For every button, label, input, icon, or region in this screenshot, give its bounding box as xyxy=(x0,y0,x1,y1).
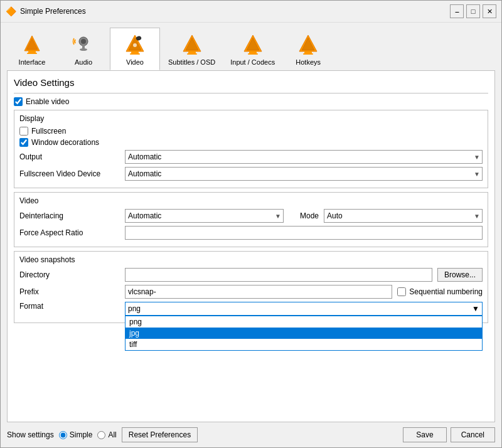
tab-audio[interactable]: Audio xyxy=(58,28,109,70)
fullscreen-device-row: Fullscreen Video Device Automatic ▼ xyxy=(19,167,483,181)
sequential-numbering-label: Sequential numbering xyxy=(409,287,483,296)
svg-rect-17 xyxy=(187,53,197,55)
mode-select[interactable]: Auto xyxy=(324,209,483,223)
tab-input[interactable]: Input / Codecs xyxy=(223,28,282,70)
output-select[interactable]: Automatic xyxy=(125,150,483,164)
browse-button[interactable]: Browse... xyxy=(437,268,483,282)
svg-point-12 xyxy=(133,43,137,47)
title-bar: 🔶 Simple Preferences ‒ □ ✕ xyxy=(1,1,501,23)
window-decorations-label: Window decorations xyxy=(31,138,99,147)
tab-interface-label: Interface xyxy=(19,58,46,66)
reset-preferences-button[interactable]: Reset Preferences xyxy=(122,427,198,442)
divider-1 xyxy=(14,93,488,93)
simple-radio[interactable] xyxy=(59,431,67,439)
tab-audio-label: Audio xyxy=(75,58,92,66)
deinterlacing-label: Deinterlacing xyxy=(19,211,120,220)
app-icon: 🔶 xyxy=(6,6,16,16)
fullscreen-device-select[interactable]: Automatic xyxy=(125,167,483,181)
video-icon xyxy=(122,32,147,57)
window-decorations-row: Window decorations xyxy=(19,138,483,147)
cancel-button[interactable]: Cancel xyxy=(451,427,495,442)
video-group-title: Video xyxy=(19,196,483,205)
show-settings-label: Show settings xyxy=(7,430,54,439)
svg-rect-11 xyxy=(130,53,140,55)
directory-label: Directory xyxy=(19,270,120,279)
section-title: Video Settings xyxy=(14,77,488,88)
display-group: Display Fullscreen Window decorations Ou… xyxy=(14,110,488,188)
enable-video-label: Enable video xyxy=(26,97,69,106)
svg-rect-3 xyxy=(27,53,37,54)
output-select-wrapper: Automatic ▼ xyxy=(125,150,483,164)
deinterlacing-select-wrapper: Automatic ▼ xyxy=(125,209,284,223)
format-dropdown-arrow: ▼ xyxy=(472,304,479,313)
subtitles-icon xyxy=(179,32,205,57)
input-icon xyxy=(240,32,265,57)
output-row: Output Automatic ▼ xyxy=(19,150,483,164)
prefix-input[interactable]: vlcsnap- xyxy=(125,285,392,299)
minimize-button[interactable]: ‒ xyxy=(450,4,464,18)
format-dropdown-list: png jpg tiff xyxy=(125,316,483,351)
window-decorations-checkbox[interactable] xyxy=(19,138,28,147)
close-button[interactable]: ✕ xyxy=(483,4,496,18)
svg-rect-25 xyxy=(303,53,313,55)
deinterlacing-select[interactable]: Automatic xyxy=(125,209,284,223)
main-window: 🔶 Simple Preferences ‒ □ ✕ Interface xyxy=(0,0,502,448)
snapshots-group-title: Video snapshots xyxy=(19,255,483,264)
tab-hotkeys[interactable]: Hotkeys xyxy=(283,28,333,70)
prefix-label: Prefix xyxy=(19,287,120,296)
tab-subtitles-label: Subtitles / OSD xyxy=(168,58,215,66)
format-row: Format png ▼ png jpg tiff xyxy=(19,302,483,316)
save-button[interactable]: Save xyxy=(403,427,446,442)
format-label: Format xyxy=(19,302,120,311)
enable-video-checkbox[interactable] xyxy=(14,97,23,106)
all-radio[interactable] xyxy=(97,431,105,439)
svg-rect-21 xyxy=(248,53,258,55)
format-option-jpg[interactable]: jpg xyxy=(125,328,482,339)
directory-input[interactable] xyxy=(125,268,432,282)
force-aspect-row: Force Aspect Ratio xyxy=(19,226,483,240)
radio-simple-group: Simple xyxy=(59,430,93,439)
format-dropdown-container: png ▼ png jpg tiff xyxy=(125,302,483,316)
display-group-title: Display xyxy=(19,114,483,123)
tab-input-label: Input / Codecs xyxy=(230,58,275,66)
radio-all-group: All xyxy=(97,430,116,439)
audio-icon xyxy=(71,32,96,57)
fullscreen-checkbox[interactable] xyxy=(19,127,28,136)
nav-tabs: Interface Audio xyxy=(1,23,501,70)
footer: Show settings Simple All Reset Preferenc… xyxy=(1,422,501,447)
fullscreen-row: Fullscreen xyxy=(19,127,483,136)
tab-video-label: Video xyxy=(126,58,144,66)
tab-hotkeys-label: Hotkeys xyxy=(296,58,321,66)
fullscreen-device-label: Fullscreen Video Device xyxy=(19,169,120,178)
footer-left: Show settings Simple All Reset Preferenc… xyxy=(7,427,198,442)
format-dropdown-selected[interactable]: png ▼ xyxy=(125,302,483,316)
hotkeys-icon xyxy=(296,32,321,57)
prefix-row: Prefix vlcsnap- Sequential numbering xyxy=(19,285,483,299)
force-aspect-input[interactable] xyxy=(125,226,483,240)
simple-radio-label: Simple xyxy=(70,430,93,439)
format-selected-value: png xyxy=(128,304,141,313)
format-option-png[interactable]: png xyxy=(125,316,482,328)
window-controls: ‒ □ ✕ xyxy=(450,4,496,18)
tab-subtitles[interactable]: Subtitles / OSD xyxy=(161,28,222,70)
title-bar-left: 🔶 Simple Preferences xyxy=(6,6,86,16)
interface-icon xyxy=(19,32,45,57)
footer-right: Save Cancel xyxy=(403,427,495,442)
output-label: Output xyxy=(19,152,120,161)
svg-point-5 xyxy=(81,39,86,44)
enable-video-row: Enable video xyxy=(14,97,488,106)
force-aspect-label: Force Aspect Ratio xyxy=(19,228,120,237)
tab-video[interactable]: Video xyxy=(110,28,160,70)
mode-select-wrapper: Auto ▼ xyxy=(324,209,483,223)
directory-row: Directory Browse... xyxy=(19,268,483,282)
maximize-button[interactable]: □ xyxy=(466,4,480,18)
sequential-numbering-checkbox[interactable] xyxy=(397,287,406,296)
all-radio-label: All xyxy=(108,430,116,439)
window-title: Simple Preferences xyxy=(20,7,86,16)
format-option-tiff[interactable]: tiff xyxy=(125,339,482,350)
svg-point-7 xyxy=(80,48,87,51)
snapshots-group: Video snapshots Directory Browse... Pref… xyxy=(14,251,488,323)
tab-interface[interactable]: Interface xyxy=(7,28,57,70)
fullscreen-label: Fullscreen xyxy=(31,127,66,136)
sequential-numbering-row: Sequential numbering xyxy=(397,287,483,296)
